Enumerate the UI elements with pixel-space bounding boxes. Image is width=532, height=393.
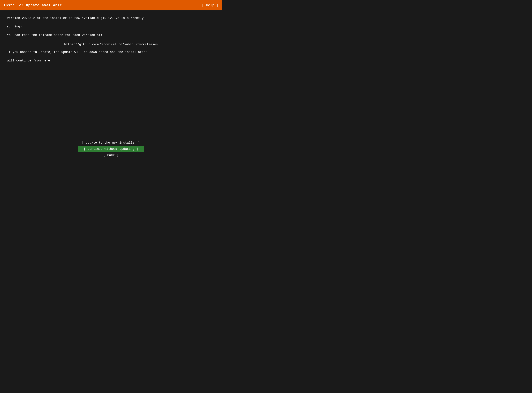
info-line-2: running). [7, 24, 215, 29]
header-title: Installer update available [4, 3, 62, 7]
info-line-1: Version 20.05.2 of the installer is now … [7, 16, 215, 21]
continue-without-updating-button[interactable]: [ Continue without updating ] [78, 146, 144, 152]
back-button[interactable]: [ Back ] [78, 152, 144, 158]
header-bar: Installer update available [ Help ] [0, 0, 222, 10]
spacer [7, 67, 215, 140]
info-line-4: If you choose to update, the update will… [7, 50, 215, 55]
content-area: Version 20.05.2 of the installer is now … [0, 10, 222, 167]
buttons-area: [ Update to the new installer ] [ Contin… [7, 140, 215, 158]
info-line-5: will continue from here. [7, 58, 215, 63]
help-button[interactable]: [ Help ] [202, 3, 219, 7]
release-url: https://github.com/CanonicalLtd/subiquit… [7, 43, 215, 46]
update-button[interactable]: [ Update to the new installer ] [77, 140, 145, 145]
info-line-3: You can read the release notes for each … [7, 33, 215, 38]
